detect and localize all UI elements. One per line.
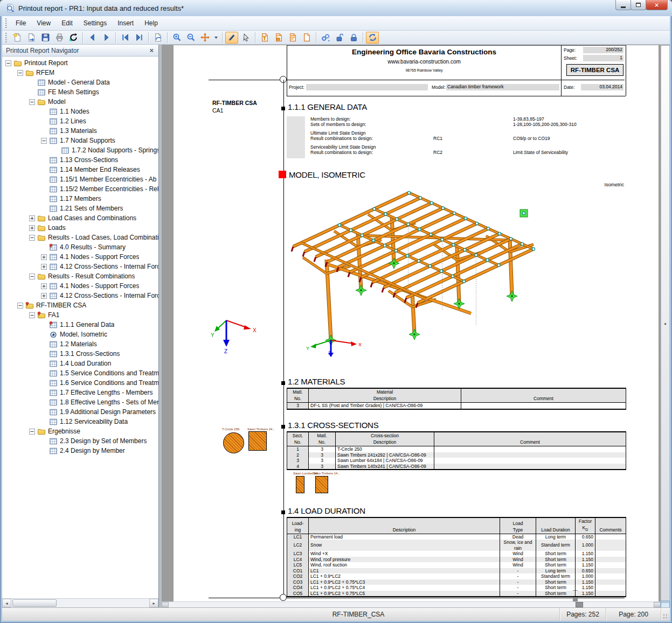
close-button[interactable]: × (646, 0, 668, 10)
collapse-icon[interactable] (29, 274, 35, 279)
first-page-button[interactable] (119, 32, 131, 44)
tree-item[interactable]: Model, Isometric (2, 330, 158, 339)
menu-file[interactable]: File (10, 17, 31, 29)
document-horizontal-scrollbar[interactable] (162, 601, 661, 607)
refresh-report-button[interactable] (67, 32, 80, 44)
scrollbar-thumb[interactable] (576, 602, 583, 607)
tree-item[interactable]: 1.4 Load Duration (2, 359, 158, 368)
tree-item[interactable]: 1.6 Service Conditions and Treatm (2, 378, 158, 388)
forward-button[interactable] (100, 32, 113, 44)
collapse-icon[interactable] (29, 235, 35, 241)
tree-item[interactable]: 1.13 Cross-Sections (2, 155, 158, 165)
tree-item[interactable]: RF-TIMBER CSA (2, 300, 158, 310)
tree-item[interactable]: 1.7 Effective Lengths - Members (2, 388, 158, 397)
last-page-button[interactable] (133, 32, 146, 44)
tree-item[interactable]: 1.15/1 Member Eccentricities - Ab (2, 174, 158, 184)
tree-item[interactable]: Results - Result Combinations (2, 271, 158, 281)
open-report-button[interactable] (25, 32, 38, 44)
zoom-out-button[interactable] (184, 32, 197, 44)
expand-icon[interactable] (41, 254, 47, 260)
expand-icon[interactable] (41, 264, 47, 270)
tree-item[interactable]: 1.9 Additional Design Parameters (2, 407, 158, 417)
scrollbar-thumb[interactable] (12, 599, 57, 607)
tree-item[interactable]: 1.15/2 Member Eccentricities - Rel (2, 184, 158, 194)
collapse-icon[interactable] (29, 99, 35, 105)
expand-icon[interactable] (41, 283, 47, 289)
print-button[interactable] (53, 32, 66, 44)
unlock-button[interactable] (333, 32, 346, 44)
tree-item[interactable]: 1.8 Effective Lengths - Sets of Mer (2, 397, 158, 407)
expand-icon[interactable] (29, 215, 35, 221)
tree-item[interactable]: 1.5 Service Conditions and Treatm (2, 368, 158, 378)
tree-item[interactable]: 1.3.1 Cross-Sections (2, 349, 158, 359)
tree-item[interactable]: 1.2 Materials (2, 339, 158, 349)
lock-button[interactable] (347, 32, 360, 44)
scrollbar-track[interactable] (169, 602, 654, 607)
zoom-in-button[interactable] (170, 32, 183, 44)
tree-item[interactable]: 4.1 Nodes - Support Forces (2, 281, 158, 291)
new-report-button[interactable] (11, 32, 24, 44)
collapse-icon[interactable] (17, 303, 23, 309)
update-link-button[interactable] (319, 32, 332, 44)
tree-item[interactable]: 1.1 Nodes (2, 107, 158, 116)
navigator-close-icon[interactable]: × (148, 47, 155, 54)
document-text-button[interactable] (286, 32, 299, 44)
sync-toggle-button[interactable] (366, 32, 379, 44)
tree-item[interactable]: 2.4 Design by Member (2, 446, 158, 456)
tree-item[interactable]: 1.3 Materials (2, 126, 158, 136)
collapse-icon[interactable] (17, 70, 23, 76)
tree-item[interactable]: 1.17 Members (2, 194, 158, 204)
tree-item[interactable]: Results - Load Cases, Load Combinati (2, 233, 158, 242)
scroll-right-button[interactable] (654, 602, 661, 607)
tree-item[interactable]: Model (2, 97, 158, 107)
scroll-left-icon[interactable]: ◂ (2, 599, 11, 607)
back-button[interactable] (86, 32, 99, 44)
tree-item[interactable]: Ergebnisse (2, 426, 158, 436)
filter-document-button[interactable] (258, 32, 271, 44)
expand-icon[interactable] (29, 225, 35, 231)
tree-item[interactable]: FE Mesh Settings (2, 87, 158, 97)
menu-view[interactable]: View (31, 17, 56, 29)
scroll-left-button[interactable] (162, 602, 169, 607)
tree-item[interactable]: 1.1.1 General Data (2, 320, 158, 330)
tree-item[interactable]: 2.3 Design by Set of Members (2, 436, 158, 446)
resize-grip[interactable] (661, 608, 670, 621)
tree-item[interactable]: 4.1 Nodes - Support Forces (2, 252, 158, 262)
scrollbar-thumb[interactable] (661, 602, 669, 603)
pointer-tool-button[interactable] (239, 32, 252, 44)
scroll-right-icon[interactable]: ▸ (149, 599, 158, 607)
tree-item[interactable]: Printout Report (2, 58, 158, 68)
tree-item[interactable]: 1.21 Sets of Members (2, 204, 158, 213)
tree-item[interactable]: 1.2 Lines (2, 116, 158, 126)
document-blocks-button[interactable] (272, 32, 285, 44)
document-vertical-scrollbar[interactable]: ▴ ▾ (661, 45, 670, 601)
collapse-icon[interactable] (29, 312, 35, 318)
tree-item[interactable]: 1.12 Serviceability Data (2, 417, 158, 426)
collapse-icon[interactable] (29, 429, 35, 435)
tree-item[interactable]: 1.7.2 Nodal Supports - Springs (2, 145, 158, 155)
menu-insert[interactable]: Insert (112, 17, 139, 29)
expand-icon[interactable] (41, 293, 47, 299)
collapse-icon[interactable] (5, 60, 11, 66)
tree-item[interactable]: FA1 (2, 310, 158, 320)
collapse-icon[interactable] (41, 138, 47, 144)
tree-item[interactable]: Model - General Data (2, 78, 158, 87)
document-blank-button[interactable] (300, 32, 313, 44)
tree-item[interactable]: 1.7 Nodal Supports (2, 136, 158, 145)
tree-item[interactable]: Load Cases and Combinations (2, 213, 158, 223)
goto-page-button[interactable] (151, 32, 164, 44)
save-report-button[interactable] (39, 32, 52, 44)
restore-button[interactable] (631, 0, 646, 10)
tree-item[interactable]: 4.0 Results - Summary (2, 242, 158, 252)
select-tool-button[interactable] (225, 32, 238, 44)
tree-item[interactable]: 4.12 Cross-Sections - Internal Forc (2, 291, 158, 300)
menu-edit[interactable]: Edit (56, 17, 78, 29)
tree-item[interactable]: RFEM (2, 68, 158, 78)
menu-settings[interactable]: Settings (78, 17, 112, 29)
scrollbar-track[interactable] (11, 599, 149, 607)
pan-dropdown-button[interactable] (212, 32, 219, 44)
minimize-button[interactable] (615, 0, 631, 10)
tree-item[interactable]: 4.12 Cross-Sections - Internal Forc (2, 262, 158, 271)
scroll-up-icon[interactable]: ▴ (661, 45, 670, 601)
menu-help[interactable]: Help (139, 17, 163, 29)
